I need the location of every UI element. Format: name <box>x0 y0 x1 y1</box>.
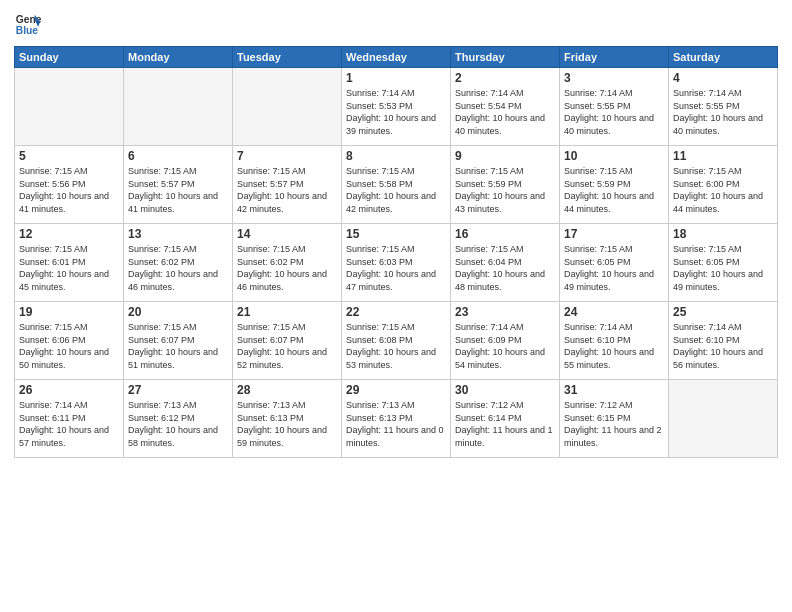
calendar-cell: 6Sunrise: 7:15 AM Sunset: 5:57 PM Daylig… <box>124 146 233 224</box>
day-info: Sunrise: 7:13 AM Sunset: 6:12 PM Dayligh… <box>128 399 228 449</box>
day-info: Sunrise: 7:13 AM Sunset: 6:13 PM Dayligh… <box>346 399 446 449</box>
day-number: 30 <box>455 383 555 397</box>
day-info: Sunrise: 7:14 AM Sunset: 5:55 PM Dayligh… <box>673 87 773 137</box>
calendar-cell: 26Sunrise: 7:14 AM Sunset: 6:11 PM Dayli… <box>15 380 124 458</box>
weekday-header-monday: Monday <box>124 47 233 68</box>
day-info: Sunrise: 7:15 AM Sunset: 6:03 PM Dayligh… <box>346 243 446 293</box>
day-info: Sunrise: 7:15 AM Sunset: 6:02 PM Dayligh… <box>237 243 337 293</box>
day-number: 11 <box>673 149 773 163</box>
logo: General Blue <box>14 10 42 38</box>
weekday-header-friday: Friday <box>560 47 669 68</box>
week-row-3: 12Sunrise: 7:15 AM Sunset: 6:01 PM Dayli… <box>15 224 778 302</box>
day-number: 18 <box>673 227 773 241</box>
day-info: Sunrise: 7:14 AM Sunset: 6:09 PM Dayligh… <box>455 321 555 371</box>
calendar-page: General Blue SundayMondayTuesdayWednesda… <box>0 0 792 612</box>
day-number: 10 <box>564 149 664 163</box>
day-number: 8 <box>346 149 446 163</box>
day-number: 20 <box>128 305 228 319</box>
calendar-cell: 14Sunrise: 7:15 AM Sunset: 6:02 PM Dayli… <box>233 224 342 302</box>
calendar-cell: 15Sunrise: 7:15 AM Sunset: 6:03 PM Dayli… <box>342 224 451 302</box>
calendar-cell: 7Sunrise: 7:15 AM Sunset: 5:57 PM Daylig… <box>233 146 342 224</box>
calendar-cell: 29Sunrise: 7:13 AM Sunset: 6:13 PM Dayli… <box>342 380 451 458</box>
day-info: Sunrise: 7:15 AM Sunset: 6:01 PM Dayligh… <box>19 243 119 293</box>
calendar-cell: 1Sunrise: 7:14 AM Sunset: 5:53 PM Daylig… <box>342 68 451 146</box>
day-info: Sunrise: 7:15 AM Sunset: 5:59 PM Dayligh… <box>455 165 555 215</box>
day-info: Sunrise: 7:14 AM Sunset: 6:10 PM Dayligh… <box>673 321 773 371</box>
calendar-cell <box>669 380 778 458</box>
week-row-2: 5Sunrise: 7:15 AM Sunset: 5:56 PM Daylig… <box>15 146 778 224</box>
day-info: Sunrise: 7:15 AM Sunset: 6:05 PM Dayligh… <box>673 243 773 293</box>
day-info: Sunrise: 7:15 AM Sunset: 6:00 PM Dayligh… <box>673 165 773 215</box>
calendar-cell <box>233 68 342 146</box>
calendar-cell: 11Sunrise: 7:15 AM Sunset: 6:00 PM Dayli… <box>669 146 778 224</box>
day-number: 16 <box>455 227 555 241</box>
day-number: 12 <box>19 227 119 241</box>
calendar-cell: 24Sunrise: 7:14 AM Sunset: 6:10 PM Dayli… <box>560 302 669 380</box>
day-info: Sunrise: 7:14 AM Sunset: 6:11 PM Dayligh… <box>19 399 119 449</box>
day-number: 29 <box>346 383 446 397</box>
calendar-cell: 4Sunrise: 7:14 AM Sunset: 5:55 PM Daylig… <box>669 68 778 146</box>
calendar-cell: 21Sunrise: 7:15 AM Sunset: 6:07 PM Dayli… <box>233 302 342 380</box>
calendar-table: SundayMondayTuesdayWednesdayThursdayFrid… <box>14 46 778 458</box>
calendar-cell: 16Sunrise: 7:15 AM Sunset: 6:04 PM Dayli… <box>451 224 560 302</box>
day-number: 25 <box>673 305 773 319</box>
day-number: 19 <box>19 305 119 319</box>
day-info: Sunrise: 7:14 AM Sunset: 5:53 PM Dayligh… <box>346 87 446 137</box>
calendar-cell: 9Sunrise: 7:15 AM Sunset: 5:59 PM Daylig… <box>451 146 560 224</box>
calendar-cell: 12Sunrise: 7:15 AM Sunset: 6:01 PM Dayli… <box>15 224 124 302</box>
day-info: Sunrise: 7:15 AM Sunset: 6:07 PM Dayligh… <box>128 321 228 371</box>
day-info: Sunrise: 7:14 AM Sunset: 5:55 PM Dayligh… <box>564 87 664 137</box>
day-number: 5 <box>19 149 119 163</box>
calendar-cell: 23Sunrise: 7:14 AM Sunset: 6:09 PM Dayli… <box>451 302 560 380</box>
day-number: 17 <box>564 227 664 241</box>
day-number: 13 <box>128 227 228 241</box>
day-number: 21 <box>237 305 337 319</box>
calendar-cell: 13Sunrise: 7:15 AM Sunset: 6:02 PM Dayli… <box>124 224 233 302</box>
day-info: Sunrise: 7:12 AM Sunset: 6:15 PM Dayligh… <box>564 399 664 449</box>
svg-text:Blue: Blue <box>16 25 39 36</box>
day-info: Sunrise: 7:15 AM Sunset: 5:56 PM Dayligh… <box>19 165 119 215</box>
day-info: Sunrise: 7:15 AM Sunset: 6:07 PM Dayligh… <box>237 321 337 371</box>
week-row-4: 19Sunrise: 7:15 AM Sunset: 6:06 PM Dayli… <box>15 302 778 380</box>
day-number: 6 <box>128 149 228 163</box>
day-number: 14 <box>237 227 337 241</box>
day-info: Sunrise: 7:15 AM Sunset: 6:04 PM Dayligh… <box>455 243 555 293</box>
day-info: Sunrise: 7:15 AM Sunset: 5:57 PM Dayligh… <box>237 165 337 215</box>
day-number: 31 <box>564 383 664 397</box>
day-info: Sunrise: 7:14 AM Sunset: 6:10 PM Dayligh… <box>564 321 664 371</box>
day-number: 7 <box>237 149 337 163</box>
day-number: 2 <box>455 71 555 85</box>
week-row-5: 26Sunrise: 7:14 AM Sunset: 6:11 PM Dayli… <box>15 380 778 458</box>
day-number: 27 <box>128 383 228 397</box>
calendar-cell: 28Sunrise: 7:13 AM Sunset: 6:13 PM Dayli… <box>233 380 342 458</box>
weekday-header-sunday: Sunday <box>15 47 124 68</box>
calendar-cell: 25Sunrise: 7:14 AM Sunset: 6:10 PM Dayli… <box>669 302 778 380</box>
day-number: 28 <box>237 383 337 397</box>
weekday-header-wednesday: Wednesday <box>342 47 451 68</box>
calendar-cell <box>15 68 124 146</box>
day-info: Sunrise: 7:13 AM Sunset: 6:13 PM Dayligh… <box>237 399 337 449</box>
calendar-cell: 31Sunrise: 7:12 AM Sunset: 6:15 PM Dayli… <box>560 380 669 458</box>
day-number: 4 <box>673 71 773 85</box>
calendar-cell: 17Sunrise: 7:15 AM Sunset: 6:05 PM Dayli… <box>560 224 669 302</box>
weekday-header-saturday: Saturday <box>669 47 778 68</box>
calendar-cell: 5Sunrise: 7:15 AM Sunset: 5:56 PM Daylig… <box>15 146 124 224</box>
day-number: 9 <box>455 149 555 163</box>
day-info: Sunrise: 7:12 AM Sunset: 6:14 PM Dayligh… <box>455 399 555 449</box>
weekday-header-thursday: Thursday <box>451 47 560 68</box>
weekday-header-tuesday: Tuesday <box>233 47 342 68</box>
day-info: Sunrise: 7:14 AM Sunset: 5:54 PM Dayligh… <box>455 87 555 137</box>
calendar-cell: 3Sunrise: 7:14 AM Sunset: 5:55 PM Daylig… <box>560 68 669 146</box>
day-info: Sunrise: 7:15 AM Sunset: 6:06 PM Dayligh… <box>19 321 119 371</box>
calendar-cell: 20Sunrise: 7:15 AM Sunset: 6:07 PM Dayli… <box>124 302 233 380</box>
calendar-cell: 18Sunrise: 7:15 AM Sunset: 6:05 PM Dayli… <box>669 224 778 302</box>
day-number: 24 <box>564 305 664 319</box>
logo-icon: General Blue <box>14 10 42 38</box>
calendar-cell: 22Sunrise: 7:15 AM Sunset: 6:08 PM Dayli… <box>342 302 451 380</box>
day-info: Sunrise: 7:15 AM Sunset: 6:08 PM Dayligh… <box>346 321 446 371</box>
day-number: 22 <box>346 305 446 319</box>
header-area: General Blue <box>14 10 778 38</box>
day-info: Sunrise: 7:15 AM Sunset: 6:05 PM Dayligh… <box>564 243 664 293</box>
day-number: 23 <box>455 305 555 319</box>
calendar-cell: 10Sunrise: 7:15 AM Sunset: 5:59 PM Dayli… <box>560 146 669 224</box>
